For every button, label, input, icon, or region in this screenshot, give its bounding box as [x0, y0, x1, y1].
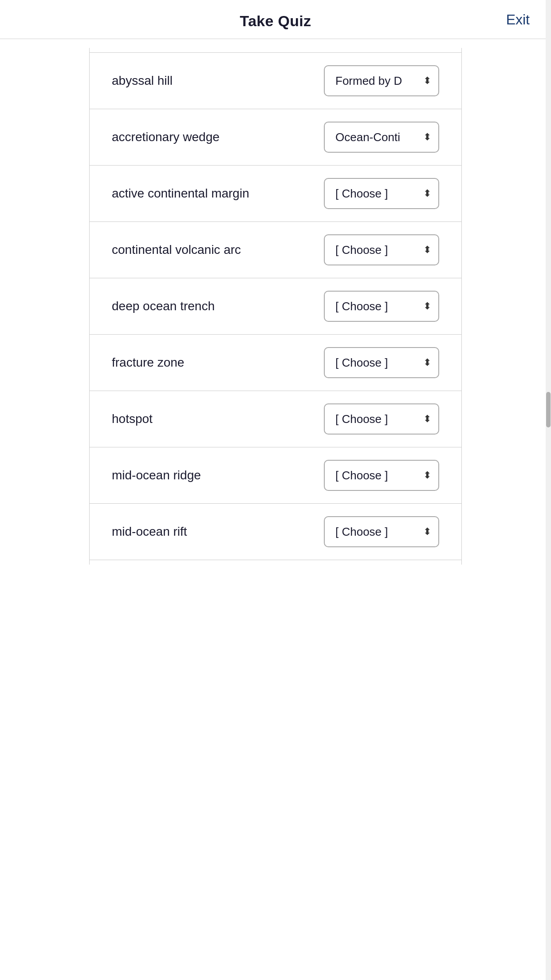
- select-wrapper-active-continental-margin: [ Choose ]Formed by DOcean-ContiOption 3…: [324, 178, 439, 209]
- quiz-row-accretionary-wedge: accretionary wedge[ Choose ]Formed by DO…: [90, 109, 461, 166]
- quiz-row-deep-ocean-trench: deep ocean trench[ Choose ]Formed by DOc…: [90, 278, 461, 335]
- quiz-content: abyssal hill[ Choose ]Formed by DOcean-C…: [0, 39, 551, 582]
- select-wrapper-mid-ocean-ridge: [ Choose ]Formed by DOcean-ContiOption 3…: [324, 460, 439, 491]
- select-wrapper-hotspot: [ Choose ]Formed by DOcean-ContiOption 3…: [324, 403, 439, 435]
- term-label-mid-ocean-ridge: mid-ocean ridge: [112, 467, 324, 483]
- select-wrapper-mid-ocean-rift: [ Choose ]Formed by DOcean-ContiOption 3…: [324, 516, 439, 547]
- select-active-continental-margin[interactable]: [ Choose ]Formed by DOcean-ContiOption 3…: [324, 178, 439, 209]
- term-label-continental-volcanic-arc: continental volcanic arc: [112, 242, 324, 258]
- select-wrapper-abyssal-hill: [ Choose ]Formed by DOcean-ContiOption 3…: [324, 65, 439, 96]
- scrollbar-track: [546, 0, 551, 582]
- select-fracture-zone[interactable]: [ Choose ]Formed by DOcean-ContiOption 3…: [324, 347, 439, 378]
- quiz-row-active-continental-margin: active continental margin[ Choose ]Forme…: [90, 166, 461, 222]
- page-title: Take Quiz: [240, 12, 311, 30]
- quiz-row-mid-ocean-rift: mid-ocean rift[ Choose ]Formed by DOcean…: [90, 504, 461, 560]
- quiz-row-fracture-zone: fracture zone[ Choose ]Formed by DOcean-…: [90, 335, 461, 391]
- select-wrapper-deep-ocean-trench: [ Choose ]Formed by DOcean-ContiOption 3…: [324, 291, 439, 322]
- select-wrapper-accretionary-wedge: [ Choose ]Formed by DOcean-ContiOption 3…: [324, 122, 439, 153]
- term-label-accretionary-wedge: accretionary wedge: [112, 129, 324, 145]
- quiz-row-continental-volcanic-arc: continental volcanic arc[ Choose ]Formed…: [90, 222, 461, 278]
- term-label-deep-ocean-trench: deep ocean trench: [112, 298, 324, 314]
- select-accretionary-wedge[interactable]: [ Choose ]Formed by DOcean-ContiOption 3…: [324, 122, 439, 153]
- quiz-container: abyssal hill[ Choose ]Formed by DOcean-C…: [89, 48, 462, 565]
- scrollbar-thumb: [546, 392, 551, 427]
- quiz-row-mid-ocean-ridge: mid-ocean ridge[ Choose ]Formed by DOcea…: [90, 447, 461, 504]
- select-mid-ocean-rift[interactable]: [ Choose ]Formed by DOcean-ContiOption 3…: [324, 516, 439, 547]
- term-label-hotspot: hotspot: [112, 411, 324, 427]
- quiz-row-hotspot: hotspot[ Choose ]Formed by DOcean-ContiO…: [90, 391, 461, 447]
- select-wrapper-fracture-zone: [ Choose ]Formed by DOcean-ContiOption 3…: [324, 347, 439, 378]
- term-label-fracture-zone: fracture zone: [112, 355, 324, 371]
- select-deep-ocean-trench[interactable]: [ Choose ]Formed by DOcean-ContiOption 3…: [324, 291, 439, 322]
- select-hotspot[interactable]: [ Choose ]Formed by DOcean-ContiOption 3…: [324, 403, 439, 435]
- select-wrapper-continental-volcanic-arc: [ Choose ]Formed by DOcean-ContiOption 3…: [324, 234, 439, 265]
- quiz-row-abyssal-hill: abyssal hill[ Choose ]Formed by DOcean-C…: [90, 52, 461, 109]
- header: Take Quiz Exit: [0, 0, 551, 39]
- select-mid-ocean-ridge[interactable]: [ Choose ]Formed by DOcean-ContiOption 3…: [324, 460, 439, 491]
- term-label-mid-ocean-rift: mid-ocean rift: [112, 524, 324, 540]
- select-abyssal-hill[interactable]: [ Choose ]Formed by DOcean-ContiOption 3…: [324, 65, 439, 96]
- select-continental-volcanic-arc[interactable]: [ Choose ]Formed by DOcean-ContiOption 3…: [324, 234, 439, 265]
- term-label-active-continental-margin: active continental margin: [112, 186, 324, 202]
- exit-button[interactable]: Exit: [503, 9, 533, 29]
- term-label-abyssal-hill: abyssal hill: [112, 73, 324, 89]
